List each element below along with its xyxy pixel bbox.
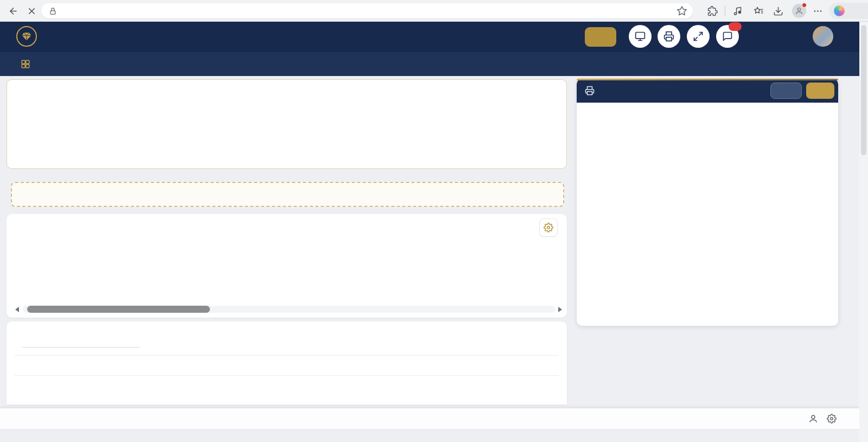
printer-icon [663, 31, 674, 42]
grid-menu-icon[interactable] [21, 59, 30, 69]
main-nav [0, 52, 859, 76]
product-horizontal-scrollbar[interactable] [13, 305, 562, 313]
app-logo [16, 26, 37, 47]
user-avatar[interactable] [813, 26, 833, 47]
collections-icon[interactable] [752, 4, 765, 17]
footer-user-icon[interactable] [808, 414, 818, 424]
chat-bubble-icon [722, 31, 733, 42]
app-footer [0, 408, 859, 429]
profile-notification-dot [802, 3, 807, 8]
payment-table-header [15, 355, 559, 376]
media-controls-icon[interactable] [731, 4, 744, 17]
product-list-card [7, 214, 567, 318]
product-settings-button[interactable] [539, 218, 558, 237]
lock-icon [49, 7, 57, 15]
browser-stop-icon[interactable] [25, 4, 38, 17]
monitor-icon [635, 31, 646, 42]
address-bar[interactable] [41, 3, 693, 18]
browser-menu-icon[interactable] [811, 4, 824, 17]
page-scrollbar[interactable] [859, 22, 868, 442]
downloads-icon[interactable] [771, 4, 784, 17]
gear-icon [544, 223, 553, 232]
copilot-chat-button[interactable] [829, 3, 868, 19]
fullscreen-button[interactable] [687, 25, 710, 48]
page-scrollbar-thumb[interactable] [861, 25, 866, 155]
save-invoice-button[interactable] [806, 83, 834, 99]
invoice-panel-header [577, 79, 838, 103]
browser-back-icon[interactable] [7, 4, 20, 17]
add-item-button[interactable] [11, 182, 564, 207]
expand-icon [693, 31, 704, 42]
message-count-badge [729, 22, 742, 31]
new-invoice-button[interactable] [770, 83, 802, 99]
print-button[interactable] [658, 25, 680, 48]
invoice-form-card [7, 79, 567, 169]
invoice-summary-panel [577, 79, 838, 326]
payment-card [7, 321, 567, 405]
extensions-icon[interactable] [706, 4, 719, 17]
scrollbar-thumb[interactable] [27, 306, 210, 313]
printer-icon[interactable] [585, 86, 595, 96]
bookmark-star-icon[interactable] [676, 5, 687, 16]
scroll-left-arrow[interactable] [15, 307, 19, 312]
app-header [0, 22, 859, 52]
scroll-right-arrow[interactable] [558, 307, 562, 312]
copilot-icon [834, 5, 845, 16]
scrollbar-track[interactable] [23, 306, 556, 313]
diamond-icon [21, 31, 32, 42]
toolbar-separator [725, 5, 725, 16]
product-table-header [20, 242, 571, 262]
receipt-number-input[interactable] [22, 330, 140, 348]
browser-toolbar [0, 0, 868, 22]
monitor-button[interactable] [629, 25, 652, 48]
pos-button[interactable] [585, 27, 616, 47]
footer-settings-icon[interactable] [827, 414, 837, 424]
screen [0, 0, 868, 442]
